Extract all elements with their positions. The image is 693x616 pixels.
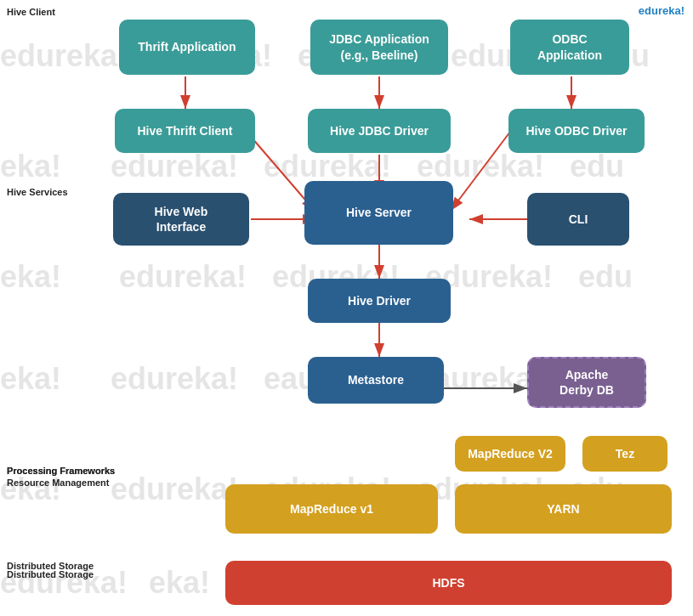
mapreduce-v2-label: MapReduce V2 xyxy=(468,446,553,461)
thrift-app-box: Thrift Application xyxy=(119,20,255,75)
jdbc-app-label: JDBC Application (e.g., Beeline) xyxy=(329,31,429,62)
odbc-app-box: ODBC Application xyxy=(510,20,629,75)
odbc-app-label: ODBC Application xyxy=(537,31,602,62)
hive-odbc-driver-label: Hive ODBC Driver xyxy=(525,123,627,138)
resource-management-label: Resource Management xyxy=(7,478,109,488)
tez-box: Tez xyxy=(582,436,667,472)
edureka-logo: edureka! xyxy=(639,4,684,17)
hive-server-box: Hive Server xyxy=(304,181,453,245)
yarn-label: YARN xyxy=(547,501,579,517)
hive-jdbc-driver-box: Hive JDBC Driver xyxy=(308,109,451,153)
hive-client-label: Hive Client xyxy=(7,7,55,17)
mapreduce-v1-box: MapReduce v1 xyxy=(225,484,438,534)
processing-frameworks-label: Processing Frameworks xyxy=(7,466,115,476)
hive-thrift-client-box: Hive Thrift Client xyxy=(115,109,255,153)
hdfs-label: HDFS xyxy=(432,575,464,591)
mapreduce-v1-label: MapReduce v1 xyxy=(290,501,373,517)
hive-jdbc-driver-label: Hive JDBC Driver xyxy=(330,123,429,138)
hive-driver-box: Hive Driver xyxy=(308,279,451,323)
jdbc-app-box: JDBC Application (e.g., Beeline) xyxy=(310,20,448,75)
hive-server-label: Hive Server xyxy=(346,205,412,220)
metastore-label: Metastore xyxy=(348,372,404,387)
hive-thrift-client-label: Hive Thrift Client xyxy=(137,123,232,138)
apache-derby-db-box: Apache Derby DB xyxy=(527,357,646,408)
hive-odbc-driver-box: Hive ODBC Driver xyxy=(508,109,645,153)
hive-web-interface-label: Hive Web Interface xyxy=(155,204,208,235)
yarn-box: YARN xyxy=(455,484,672,534)
apache-derby-db-label: Apache Derby DB xyxy=(560,367,614,398)
cli-label: CLI xyxy=(569,212,588,227)
hive-services-label: Hive Services xyxy=(7,187,68,197)
metastore-box: Metastore xyxy=(308,357,444,404)
hive-driver-label: Hive Driver xyxy=(348,293,411,308)
diagram: edureka! Hive Client Hive Services Proce… xyxy=(0,0,693,616)
tez-label: Tez xyxy=(616,446,634,461)
cli-box: CLI xyxy=(527,193,629,246)
hdfs-box: HDFS xyxy=(225,561,672,605)
thrift-app-label: Thrift Application xyxy=(138,39,236,54)
distributed-storage-label: Distributed Storage xyxy=(7,569,94,579)
hive-web-interface-box: Hive Web Interface xyxy=(113,193,249,246)
svg-line-7 xyxy=(451,132,510,211)
mapreduce-v2-box: MapReduce V2 xyxy=(455,436,565,472)
